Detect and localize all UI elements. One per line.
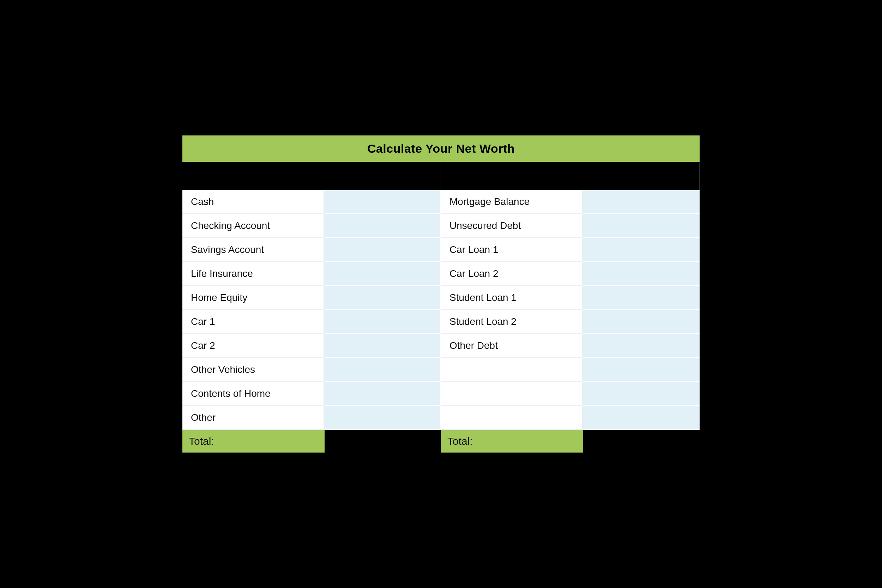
liability-label: [441, 358, 583, 382]
asset-label: Other Vehicles: [182, 358, 325, 382]
asset-value-input[interactable]: [325, 286, 441, 310]
asset-label: Life Insurance: [182, 262, 325, 286]
asset-value-input[interactable]: [325, 238, 441, 262]
asset-label: Home Equity: [182, 286, 325, 310]
liability-label: Unsecured Debt: [441, 214, 583, 238]
liability-label: Mortgage Balance: [441, 190, 583, 214]
liability-value-input[interactable]: [583, 286, 700, 310]
liabilities-column: Mortgage Balance Unsecured Debt Car Loan…: [441, 190, 700, 430]
liability-value-input[interactable]: [583, 358, 700, 382]
asset-label: Contents of Home: [182, 382, 325, 406]
liability-value-input[interactable]: [583, 262, 700, 286]
liability-label: [441, 382, 583, 406]
asset-label: Cash: [182, 190, 325, 214]
assets-total-value: [325, 430, 441, 453]
asset-value-input[interactable]: [325, 310, 441, 334]
liability-value-input[interactable]: [583, 190, 700, 214]
asset-value-input[interactable]: [325, 190, 441, 214]
net-worth-worksheet: Calculate Your Net Worth Cash Checking A…: [182, 135, 700, 453]
asset-value-input[interactable]: [325, 358, 441, 382]
liability-label: Other Debt: [441, 334, 583, 358]
liability-label: Car Loan 1: [441, 238, 583, 262]
asset-label: Savings Account: [182, 238, 325, 262]
liability-label: [441, 406, 583, 430]
liabilities-header: [441, 163, 700, 190]
liabilities-total-label: Total:: [441, 430, 583, 453]
liability-value-input[interactable]: [583, 382, 700, 406]
liability-value-input[interactable]: [583, 310, 700, 334]
liabilities-total-value: [583, 430, 700, 453]
liability-label: Car Loan 2: [441, 262, 583, 286]
liability-label: Student Loan 1: [441, 286, 583, 310]
asset-label: Car 1: [182, 310, 325, 334]
liability-value-input[interactable]: [583, 406, 700, 430]
asset-value-input[interactable]: [325, 334, 441, 358]
column-headers: [182, 163, 700, 190]
liability-value-input[interactable]: [583, 238, 700, 262]
liability-value-input[interactable]: [583, 214, 700, 238]
assets-header: [182, 163, 441, 190]
worksheet-body: Cash Checking Account Savings Account Li…: [182, 190, 700, 430]
asset-label: Checking Account: [182, 214, 325, 238]
liability-value-input[interactable]: [583, 334, 700, 358]
asset-value-input[interactable]: [325, 262, 441, 286]
asset-value-input[interactable]: [325, 406, 441, 430]
liability-label: Student Loan 2: [441, 310, 583, 334]
asset-value-input[interactable]: [325, 214, 441, 238]
asset-label: Other: [182, 406, 325, 430]
asset-value-input[interactable]: [325, 382, 441, 406]
assets-column: Cash Checking Account Savings Account Li…: [182, 190, 441, 430]
totals-row: Total: Total:: [182, 430, 700, 453]
worksheet-title: Calculate Your Net Worth: [182, 135, 700, 163]
assets-total-label: Total:: [182, 430, 325, 453]
asset-label: Car 2: [182, 334, 325, 358]
